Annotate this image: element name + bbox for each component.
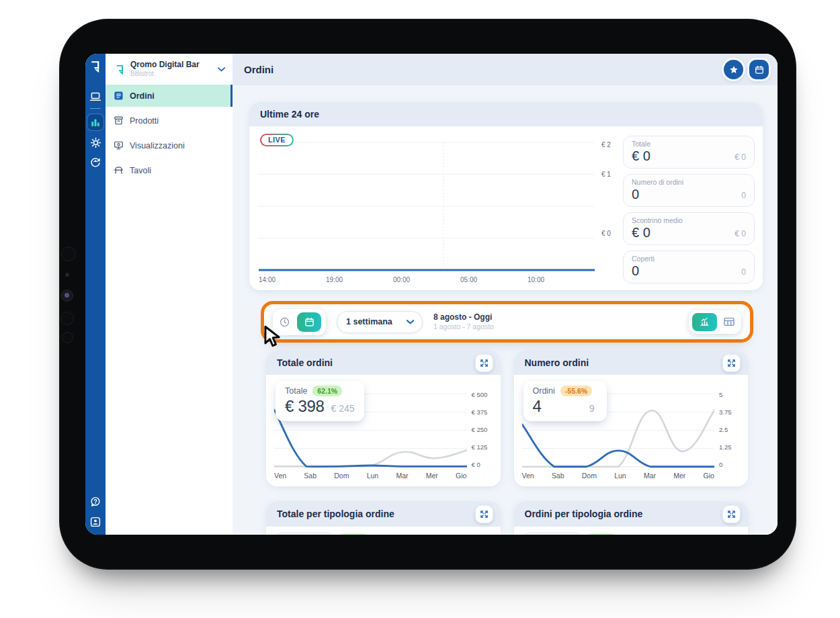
stat-numero-ordini: Numero di ordini 0 0 [623,174,755,207]
y-tick-label: € 125 [472,444,495,451]
x-axis: Ven Sab Dom Lun Mar Mer Gio [522,468,715,481]
calendar-icon [755,65,764,75]
device-laptop-icon[interactable] [89,91,101,102]
sidebar-item-prodotti[interactable]: Prodotti [106,109,233,132]
sidebar-item-tavoli[interactable]: Tavoli [106,159,233,181]
badge-stub [339,533,368,535]
percent-change-badge: 62.1% [312,386,342,396]
topbar: Ordini [233,54,778,85]
x-tick-label: Mar [396,472,408,481]
time-mode-toggle [273,309,326,335]
expand-button[interactable] [722,354,741,372]
expand-icon [480,359,489,367]
period-select-value: 1 settimana [346,317,392,326]
live-badge: LIVE [260,134,294,146]
y-axis: € 500 € 375 € 250 € 125 € 0 [467,392,495,481]
tooltip-stub [276,532,333,535]
account-icon[interactable] [89,516,101,528]
live-badge-label: LIVE [261,135,292,145]
settings-gear-icon[interactable] [90,137,101,148]
sidebar-item-ordini[interactable]: Ordini [106,85,233,107]
y-tick-label: € 0 [472,461,495,468]
x-tick-label: 19:00 [326,276,393,283]
stat-value: 0 [632,263,639,279]
date-range-current: 8 agosto - Oggi [433,312,494,322]
totale-tipologia-card: Totale per tipologia ordine [266,501,501,535]
stat-secondary: € 0 [734,152,746,164]
x-tick-label: Gio [456,472,466,481]
sidebar-item-label: Tavoli [130,166,151,175]
card-header: Totale ordini [266,351,501,375]
chart-view-button[interactable] [692,313,717,331]
help-icon[interactable] [89,496,101,508]
sidebar-item-visualizzazioni[interactable]: Visualizzazioni [106,134,233,157]
card-title: Numero ordini [525,357,589,368]
x-tick-label: Dom [334,472,349,481]
y-tick-label: 5 [719,392,743,398]
workspace-selector[interactable]: Qromo Digital Bar BBistrot [106,54,233,85]
favorites-star-button[interactable] [724,60,743,79]
stat-value: 0 [632,187,639,202]
card-body-clipped [514,527,749,535]
view-mode-toggle [689,310,741,334]
badge-stub [587,533,616,535]
live-chart: LIVE [259,140,595,273]
workspace-texts: Qromo Digital Bar BBistrot [130,60,200,77]
x-axis: Ven Sab Dom Lun Mar Mer Gio [274,468,467,481]
x-tick-label: Lun [614,472,626,481]
x-tick-label: Sab [304,472,317,481]
products-box-icon [114,116,124,126]
bottom-row: Totale per tipologia ordine [266,501,748,535]
tablet-sensor-icon [62,332,73,343]
tablet-sensor-dot-icon [65,273,69,277]
chart-tooltip: Totale 62.1% € 398 € 245 [276,381,364,421]
y-tick-label: 2.5 [719,427,743,433]
stat-value: € 0 [632,225,650,240]
qromo-logo-icon[interactable] [89,60,101,73]
y-tick-label: € 2 [601,141,611,148]
sidebar-item-label: Prodotti [130,116,159,126]
tooltip-secondary: 9 [589,403,595,414]
analytics-chart-icon[interactable] [87,114,104,131]
expand-button[interactable] [475,354,493,372]
card-title: Totale per tipologia ordine [277,509,394,519]
x-tick-label: Ven [274,472,286,481]
sidebar-menu: Ordini Prodotti [106,85,233,184]
y-tick-label: € 0 [601,230,611,237]
live-plot-column: LIVE 14:00 19:00 00:00 05:00 10:00 [259,136,595,283]
x-tick-label: 10:00 [528,276,595,283]
live-card-body: LIVE 14:00 19:00 00:00 05:00 10:00 [249,126,763,290]
stat-secondary: € 0 [734,229,746,240]
integrations-plug-icon[interactable] [89,157,101,169]
expand-button[interactable] [722,505,741,523]
totale-ordini-card: Totale ordini [266,351,501,486]
stat-coperti: Coperti 0 0 [623,251,755,283]
date-range-previous: 1 agosto - 7 agosto [433,322,494,331]
live-stats: Totale € 0 € 0 Numero di ordini [623,136,755,283]
content: Ultime 24 ore LIVE 14:00 [233,85,778,535]
stat-scontrino-medio: Scontrino medio € 0 € 0 [623,212,755,245]
tablet-frame: Qromo Digital Bar BBistrot [59,19,796,570]
charts-row: Totale ordini [266,351,748,486]
stat-totale: Totale € 0 € 0 [623,136,755,169]
table-view-icon[interactable] [723,316,735,327]
workspace-subtitle: BBistrot [130,70,200,78]
period-select[interactable]: 1 settimana [337,311,423,333]
page-title: Ordini [244,64,274,75]
y-tick-label: € 1 [601,171,611,178]
x-tick-label: 14:00 [259,276,326,283]
card-header: Ordini per tipologia ordine [514,501,749,527]
expand-button[interactable] [475,505,493,523]
x-tick-label: Gio [704,472,714,481]
x-tick-label: Sab [552,472,564,481]
clock-icon[interactable] [279,316,290,328]
card-header: Numero ordini [514,351,749,375]
x-tick-label: Dom [582,472,597,481]
expand-icon [480,510,489,519]
main-area: Ordini [233,54,778,535]
sidebar: Qromo Digital Bar BBistrot [106,54,233,535]
chart-body: Ordini -55.6% 4 9 [514,375,749,486]
card-body-clipped [266,527,501,535]
calendar-button[interactable] [749,60,769,79]
calendar-mode-button[interactable] [297,312,321,332]
